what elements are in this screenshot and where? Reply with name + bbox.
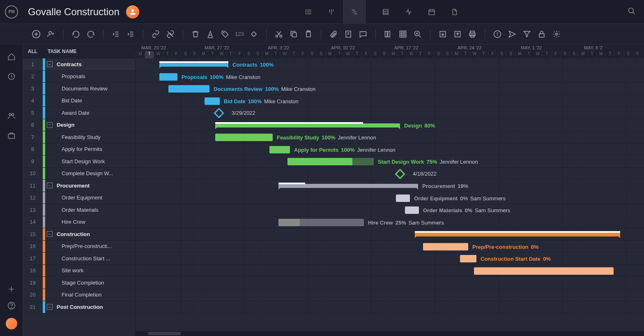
info-button[interactable]: [492, 29, 502, 39]
gantt-bar[interactable]: Hire Crew 25% Sam Summers: [278, 219, 364, 226]
task-row[interactable]: 21−Post Construction: [23, 301, 135, 313]
grid-button[interactable]: [398, 29, 408, 39]
task-row[interactable]: 12Order Equipment: [23, 192, 135, 204]
task-header-all[interactable]: ALL: [23, 44, 43, 58]
gantt-row[interactable]: [136, 265, 644, 277]
expand-toggle[interactable]: −: [47, 231, 53, 237]
gantt-row[interactable]: Hire Crew 25% Sam Summers: [136, 216, 644, 229]
gantt-bar[interactable]: Bid Date 100% Mike Cranston: [205, 97, 220, 105]
gantt-row[interactable]: Order Equipment 0% Sam Summers: [136, 192, 644, 204]
task-row[interactable]: 9Start Design Work: [23, 155, 135, 168]
gantt-bar[interactable]: Feasibility Study 100% Jennifer Lennon: [215, 134, 273, 141]
gantt-bar[interactable]: [474, 267, 614, 275]
task-row[interactable]: 14Hire Crew: [23, 216, 135, 229]
gantt-row[interactable]: Design 80%: [136, 119, 644, 132]
task-row[interactable]: 19Stage Completion: [23, 277, 135, 289]
task-row[interactable]: 2Proposals: [23, 71, 135, 83]
milestone-marker[interactable]: [395, 169, 405, 179]
task-row[interactable]: 18Site work: [23, 265, 135, 277]
paste-button[interactable]: [304, 29, 313, 39]
task-row[interactable]: 11−Procurement: [23, 180, 135, 192]
gantt-row[interactable]: Apply for Permits 100% Jennifer Lennon: [136, 144, 644, 156]
filter-button[interactable]: [522, 29, 532, 39]
expand-toggle[interactable]: −: [47, 183, 53, 188]
view-file[interactable]: [443, 0, 466, 24]
gantt-bar[interactable]: Prep/Pre-construction 0%: [423, 243, 468, 250]
lock-button[interactable]: [537, 29, 547, 39]
help-icon[interactable]: [7, 301, 16, 310]
view-board[interactable]: [320, 0, 343, 24]
columns-button[interactable]: [383, 29, 393, 39]
gantt-chart[interactable]: MAR, 20 '22MAR, 27 '22APR, 3 '22APR, 10 …: [136, 44, 644, 336]
task-row[interactable]: 4Bid Date: [23, 95, 135, 107]
gantt-bar[interactable]: Contracts 100%: [159, 63, 228, 67]
gantt-row[interactable]: Feasibility Study 100% Jennifer Lennon: [136, 131, 644, 144]
print-button[interactable]: [467, 29, 477, 39]
add-button[interactable]: [31, 29, 41, 39]
gantt-bar[interactable]: Proposals 100% Mike Cranston: [159, 73, 177, 81]
team-icon[interactable]: [7, 112, 16, 120]
delete-button[interactable]: [191, 29, 200, 39]
view-calendar[interactable]: [420, 0, 443, 24]
task-header-name[interactable]: TASK NAME: [43, 49, 76, 54]
gantt-row[interactable]: 3/29/2022: [136, 107, 644, 119]
task-row[interactable]: 13Order Materials: [23, 204, 135, 216]
redo-button[interactable]: [86, 29, 96, 39]
expand-toggle[interactable]: −: [47, 122, 53, 128]
milestone-marker[interactable]: [214, 108, 224, 118]
text-style-button[interactable]: [205, 29, 215, 39]
task-row[interactable]: 17Construction Start ...: [23, 253, 135, 265]
tag-button[interactable]: [220, 29, 230, 39]
export-button[interactable]: [453, 29, 462, 39]
comment-button[interactable]: [358, 29, 368, 39]
recent-icon[interactable]: [7, 72, 16, 81]
task-row[interactable]: 3Documents Review: [23, 83, 135, 95]
gantt-row[interactable]: Start Design Work 75% Jennifer Lennon: [136, 155, 644, 168]
copy-button[interactable]: [289, 29, 299, 39]
gantt-row[interactable]: Contracts 100%: [136, 58, 644, 71]
view-gantt[interactable]: [343, 0, 366, 24]
zoom-button[interactable]: [413, 29, 423, 39]
gantt-row[interactable]: Prep/Pre-construction 0%: [136, 241, 644, 253]
gantt-bar[interactable]: [415, 232, 620, 236]
diamond-button[interactable]: [249, 29, 259, 39]
gantt-row[interactable]: Documents Review 100% Mike Cranston: [136, 83, 644, 95]
gantt-body[interactable]: Contracts 100%Proposals 100% Mike Cranst…: [136, 58, 644, 313]
view-sheet[interactable]: [374, 0, 397, 24]
link-button[interactable]: [151, 29, 161, 39]
gantt-bar[interactable]: Order Equipment 0% Sam Summers: [396, 195, 410, 202]
sidebar-avatar[interactable]: [6, 318, 17, 329]
gantt-bar[interactable]: Design 80%: [215, 123, 400, 127]
gantt-bar[interactable]: Procurement 19%: [278, 184, 418, 188]
gantt-row[interactable]: Order Materials 0% Sam Summers: [136, 204, 644, 216]
plus-icon[interactable]: [7, 285, 16, 293]
send-button[interactable]: [507, 29, 517, 39]
gantt-bar[interactable]: Order Materials 0% Sam Summers: [405, 206, 419, 214]
import-button[interactable]: [438, 29, 448, 39]
gantt-row[interactable]: Construction Start Date 0%: [136, 253, 644, 265]
gantt-row[interactable]: [136, 301, 644, 313]
gantt-bar[interactable]: Construction Start Date 0%: [460, 255, 476, 262]
gantt-row[interactable]: Proposals 100% Mike Cranston: [136, 71, 644, 83]
task-row[interactable]: 6−Design: [23, 119, 135, 132]
app-logo[interactable]: PM: [5, 5, 18, 19]
expand-toggle[interactable]: −: [47, 61, 53, 67]
scrollbar-thumb[interactable]: [148, 332, 181, 335]
expand-toggle[interactable]: −: [47, 304, 53, 310]
cut-button[interactable]: [274, 29, 284, 39]
settings-button[interactable]: [552, 29, 561, 39]
task-row[interactable]: 10Complete Design W...: [23, 168, 135, 180]
task-row[interactable]: 8Apply for Permits: [23, 144, 135, 156]
view-list[interactable]: [297, 0, 320, 24]
task-row[interactable]: 1−Contracts: [23, 58, 135, 71]
search-button[interactable]: [624, 4, 639, 20]
home-icon[interactable]: [7, 53, 16, 61]
outdent-button[interactable]: [111, 29, 121, 39]
gantt-row[interactable]: [136, 289, 644, 301]
indent-button[interactable]: [126, 29, 136, 39]
gantt-row[interactable]: Bid Date 100% Mike Cranston: [136, 95, 644, 107]
gantt-row[interactable]: [136, 277, 644, 289]
gantt-bar[interactable]: Start Design Work 75% Jennifer Lennon: [288, 158, 374, 165]
gantt-row[interactable]: 4/18/2022: [136, 168, 644, 180]
task-row[interactable]: 15−Construction: [23, 228, 135, 241]
